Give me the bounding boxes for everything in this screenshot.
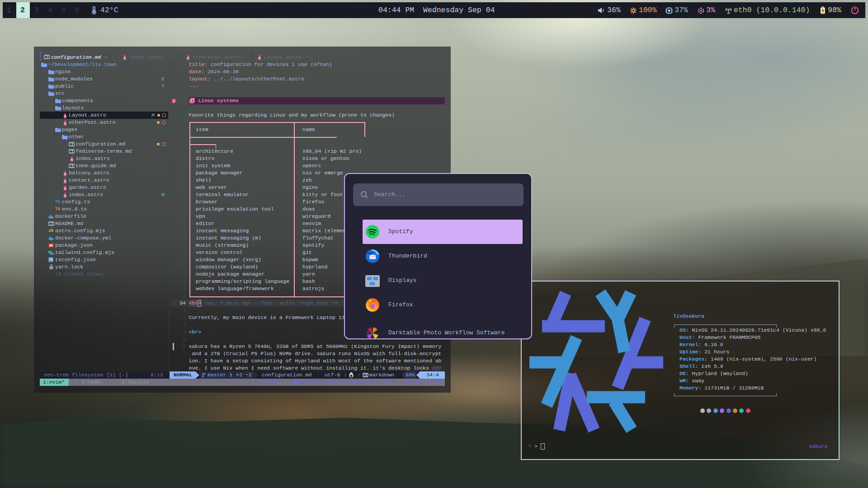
svg-text:1: 1 [191, 99, 193, 103]
svg-text:TS: TS [49, 258, 53, 262]
